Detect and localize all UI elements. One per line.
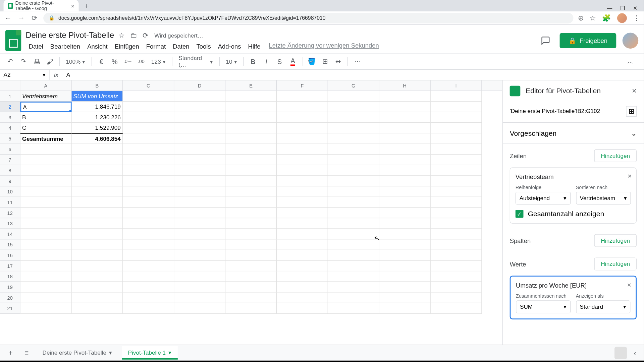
move-icon[interactable]: 🗀 [130, 31, 137, 40]
cell[interactable] [20, 239, 72, 250]
cell[interactable] [20, 165, 72, 176]
forward-button[interactable]: → [17, 13, 25, 22]
cell[interactable] [174, 271, 225, 282]
name-box[interactable]: A2 ▾ [0, 70, 50, 80]
cell[interactable] [225, 239, 277, 250]
font-size-select[interactable]: 10 ▾ [223, 58, 240, 65]
cell[interactable] [379, 197, 431, 208]
cell[interactable] [379, 144, 431, 155]
row-header-11[interactable]: 11 [0, 197, 20, 208]
bold-button[interactable]: B [247, 56, 259, 67]
select-range-button[interactable]: ⊞ [626, 106, 637, 117]
cell[interactable] [72, 155, 123, 165]
cell[interactable] [174, 186, 225, 197]
cell[interactable] [72, 239, 123, 250]
row-header-20[interactable]: 20 [0, 293, 20, 303]
cell[interactable] [379, 165, 431, 176]
row-header-19[interactable]: 19 [0, 282, 20, 293]
cell[interactable] [174, 102, 225, 112]
cell[interactable] [328, 229, 379, 240]
cell[interactable] [431, 133, 482, 144]
cell[interactable] [328, 271, 379, 282]
cell[interactable] [431, 293, 482, 303]
cell[interactable] [20, 261, 72, 272]
cell[interactable] [379, 123, 431, 133]
cell[interactable] [174, 112, 225, 123]
cell[interactable] [277, 207, 328, 218]
explore-button[interactable] [614, 347, 627, 359]
cell[interactable] [174, 155, 225, 165]
cell[interactable] [72, 197, 123, 208]
column-header-F[interactable]: F [277, 80, 328, 90]
cell[interactable] [277, 271, 328, 282]
cell[interactable] [379, 102, 431, 112]
cell[interactable] [20, 218, 72, 229]
cell[interactable]: SUM von Umsatz [72, 91, 123, 102]
cell[interactable] [123, 229, 174, 240]
cell[interactable] [328, 133, 379, 144]
close-window-icon[interactable]: ✕ [633, 5, 637, 11]
cell[interactable] [174, 207, 225, 218]
cell[interactable] [123, 123, 174, 133]
cell[interactable] [277, 186, 328, 197]
cell[interactable] [431, 186, 482, 197]
cell[interactable] [174, 282, 225, 293]
currency-button[interactable]: € [96, 56, 107, 67]
row-header-17[interactable]: 17 [0, 261, 20, 272]
cell[interactable] [174, 133, 225, 144]
cell[interactable] [277, 133, 328, 144]
cell[interactable] [277, 176, 328, 187]
redo-button[interactable]: ↷ [18, 56, 29, 67]
share-button[interactable]: 🔒 Freigeben [560, 33, 616, 48]
cell[interactable] [431, 155, 482, 165]
cell[interactable] [379, 133, 431, 144]
cell[interactable] [277, 218, 328, 229]
decrease-decimal-button[interactable]: .0← [122, 56, 133, 67]
row-header-21[interactable]: 21 [0, 303, 20, 314]
star-icon[interactable]: ☆ [118, 31, 124, 40]
cell[interactable] [328, 186, 379, 197]
cell[interactable] [431, 123, 482, 133]
cell[interactable]: B [20, 112, 72, 123]
cell[interactable]: A [20, 102, 72, 112]
cell[interactable] [123, 102, 174, 112]
menu-daten[interactable]: Daten [170, 42, 193, 51]
cell[interactable] [431, 102, 482, 112]
add-row-button[interactable]: Hinzufügen [594, 149, 637, 162]
percent-button[interactable]: % [109, 56, 120, 67]
minimize-icon[interactable]: — [607, 5, 612, 11]
cell[interactable] [72, 165, 123, 176]
row-header-10[interactable]: 10 [0, 186, 20, 197]
cell[interactable] [123, 155, 174, 165]
cell[interactable] [72, 186, 123, 197]
cell[interactable] [277, 293, 328, 303]
cell[interactable] [20, 250, 72, 261]
cell[interactable] [277, 123, 328, 133]
cell[interactable] [328, 207, 379, 218]
show-as-select[interactable]: Standard▾ [576, 300, 631, 313]
cell[interactable] [174, 144, 225, 155]
cell[interactable] [20, 271, 72, 282]
column-header-H[interactable]: H [379, 80, 431, 90]
number-format-select[interactable]: 123▾ [149, 58, 168, 65]
cell[interactable] [72, 218, 123, 229]
menu-einfuegen[interactable]: Einfügen [112, 42, 142, 51]
cell[interactable] [277, 197, 328, 208]
cell[interactable] [328, 155, 379, 165]
cell[interactable] [328, 176, 379, 187]
remove-row-button[interactable]: × [628, 172, 632, 180]
cell[interactable] [123, 282, 174, 293]
menu-tools[interactable]: Tools [193, 42, 214, 51]
cell[interactable] [72, 229, 123, 240]
cell[interactable] [174, 197, 225, 208]
print-button[interactable]: 🖶 [31, 56, 42, 67]
order-select[interactable]: Aufsteigend▾ [516, 192, 571, 204]
increase-decimal-button[interactable]: .00 [136, 56, 147, 67]
cell[interactable] [174, 91, 225, 102]
cell[interactable] [328, 239, 379, 250]
show-totals-checkbox[interactable]: ✓ [516, 210, 524, 218]
profile-avatar[interactable] [617, 13, 627, 23]
cell[interactable] [379, 186, 431, 197]
cell[interactable] [225, 218, 277, 229]
column-header-G[interactable]: G [328, 80, 379, 90]
